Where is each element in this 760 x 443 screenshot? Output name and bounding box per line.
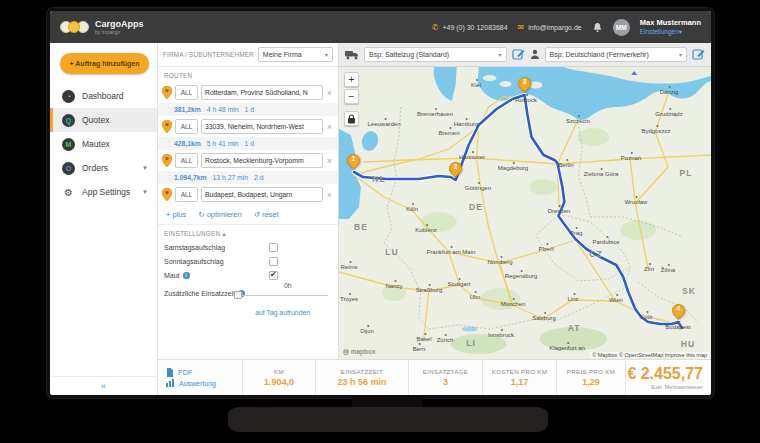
map-label-bremerhaven: Bremerhaven [417,111,453,117]
stop-address-input[interactable]: Budapest, Budapest, Ungarn [201,187,323,202]
map-label-nl: NL [372,174,385,184]
setting-row-sunday: Sonntagsaufschlag [158,254,338,268]
info-icon[interactable]: i [183,272,190,279]
map-label-berlin: Berlin [558,162,573,168]
stop-country-filter[interactable]: ALL [175,187,198,202]
map-label-at: AT [568,323,581,333]
map-label-klagenfurt-an: Klagenfurt an [549,345,585,351]
map-lock-button[interactable] [344,111,359,126]
quotex-icon: Q [62,114,75,127]
map-label-pl: PL [680,168,693,178]
chevron-down-icon: ▾ [495,51,501,58]
slider-handle[interactable] [234,291,242,299]
vehicle-select[interactable]: Bsp: Sattelzug (Standard) ▾ [364,47,507,62]
map-label-ulm: Ulm [470,294,481,300]
map-label-m-nchen: München [501,301,526,307]
route-marker-2[interactable]: 2 [449,162,463,180]
stop-address-input[interactable]: Rotterdam, Provinz Südholland, N [201,85,323,100]
stop-country-filter[interactable]: ALL [175,119,198,134]
pdf-export-link[interactable]: PDF [166,368,242,377]
stops-list: ALLRotterdam, Provinz Südholland, N×381,… [158,82,338,205]
notifications-bell-icon[interactable] [592,22,603,33]
bar-chart-icon [166,379,175,387]
edit-vehicle-icon[interactable] [512,48,525,61]
summary-bar: PDF Auswertung KM 1.904,0 [158,359,711,395]
user-avatar[interactable]: MM [613,19,630,36]
leg-summary-row: 1.094,7km13 h 27 min2 d [158,171,338,184]
report-link[interactable]: Auswertung [166,379,242,387]
sidebar-item-quotex[interactable]: Q Quotex [50,108,157,132]
slider-track[interactable] [236,295,328,296]
collapse-caret-icon: ▴ [222,230,225,237]
map-label-n-rnberg: Nürnberg [487,259,512,265]
total-price-value: € 2.455,77 [627,366,703,382]
sidebar-item-app-settings[interactable]: ⚙ App Settings ▼ [50,180,157,204]
sidebar-item-label: App Settings [82,187,130,197]
remove-stop-icon[interactable]: × [326,156,333,166]
map-label-rostock: Rostock [515,97,537,103]
email-contact[interactable]: ✉ info@impargo.de [518,23,582,32]
saturday-checkbox[interactable] [269,243,278,252]
stop-address-input[interactable]: 33039, Nieheim, Nordrhein-West [201,119,323,134]
remove-stop-icon[interactable]: × [326,122,333,132]
route-marker-1[interactable]: 1 [347,154,361,172]
map-label--ilina: Žilina [661,267,675,273]
lock-icon [347,114,356,124]
truck-icon [345,50,359,60]
sidebar-item-mautex[interactable]: M Mautex [50,132,157,156]
round-up-link[interactable]: auf Tag aufrunden [158,308,338,320]
route-marker-4[interactable]: 4 [672,304,686,322]
sidebar-collapse-button[interactable]: « [50,376,157,395]
app-subtitle: by impargo [95,30,144,35]
stop-address-input[interactable]: Rostock, Mecklenburg-Vorpomm [201,153,323,168]
company-label: FIRMA / SUBUNTERNEHMER [163,51,254,58]
app-logo[interactable]: CargoApps by impargo [60,19,144,35]
remove-stop-icon[interactable]: × [326,190,333,200]
map-label-prag: Prag [570,230,583,236]
stop-pin-icon [162,86,172,99]
mapbox-logo[interactable]: mapbox [343,348,376,357]
tv-stand-base [228,407,548,432]
sidebar-item-dashboard[interactable]: ◔ Dashboard [50,84,157,108]
stop-country-filter[interactable]: ALL [175,85,198,100]
tariff-select[interactable]: Bsp: Deutschland (Fernverkehr) ▾ [545,47,688,62]
sidebar-item-orders[interactable]: O Orders ▼ [50,156,157,180]
zoom-out-button[interactable]: − [344,89,359,104]
mautex-icon: M [62,138,75,151]
map-label-basel: Basel [416,336,431,342]
map-label-hannover: Hannover [459,154,485,160]
phone-icon: ✆ [432,23,439,32]
map-label-koblenz: Koblenz [415,227,437,233]
zoom-in-button[interactable]: + [344,72,359,87]
route-marker-3[interactable]: 3 [518,77,532,95]
map-label-frankfurt-am-main: Frankfurt am Main [427,249,476,255]
user-name: Max Mustermann [640,18,701,27]
leg-summary-row: 381,2km4 h 48 min1 d [158,103,338,116]
map-label-z-rich: Zürich [437,337,454,343]
total-price: € 2.455,77 Exkl. Mehrwertsteuer [625,360,711,395]
chevron-down-icon: ▾ [322,51,328,58]
settings-section-header[interactable]: EINSTELLUNGEN ▴ [158,224,338,240]
sunday-checkbox[interactable] [269,257,278,266]
remove-stop-icon[interactable]: × [326,88,333,98]
route-map[interactable]: LeeuwardenBremerhavenBremenKielHamburgRo… [339,67,711,359]
reset-button[interactable]: ↺ reset [254,210,279,219]
sidebar-item-label: Mautex [82,139,110,149]
stop-country-filter[interactable]: ALL [175,153,198,168]
tv-frame: CargoApps by impargo ✆ +49 (0) 30 120836… [47,8,714,398]
optimize-icon: ↻ [198,210,204,219]
stat-preis-pro-km: PREIS PRO KM 1,29 [556,360,625,395]
map-label-stra-burg: Straßburg [416,287,443,293]
cargoapps-logo-icon [60,19,90,35]
stat-einsatztage: EINSATZTAGE 3 [408,360,482,395]
map-attribution[interactable]: © Mapbox © OpenStreetMap Improve this ma… [590,352,709,358]
optimize-button[interactable]: ↻ optimieren [198,210,241,219]
user-settings-link[interactable]: Einstellungen▾ [640,28,701,36]
company-select[interactable]: Meine Firma ▾ [258,47,333,62]
toll-checkbox[interactable] [269,271,278,280]
add-order-button[interactable]: + Auftrag hinzufügen [60,53,149,74]
edit-tariff-icon[interactable] [692,48,705,61]
map-label-be: BE [354,222,368,232]
add-stop-button[interactable]: + plus [166,210,186,219]
phone-contact[interactable]: ✆ +49 (0) 30 12083684 [432,23,508,32]
